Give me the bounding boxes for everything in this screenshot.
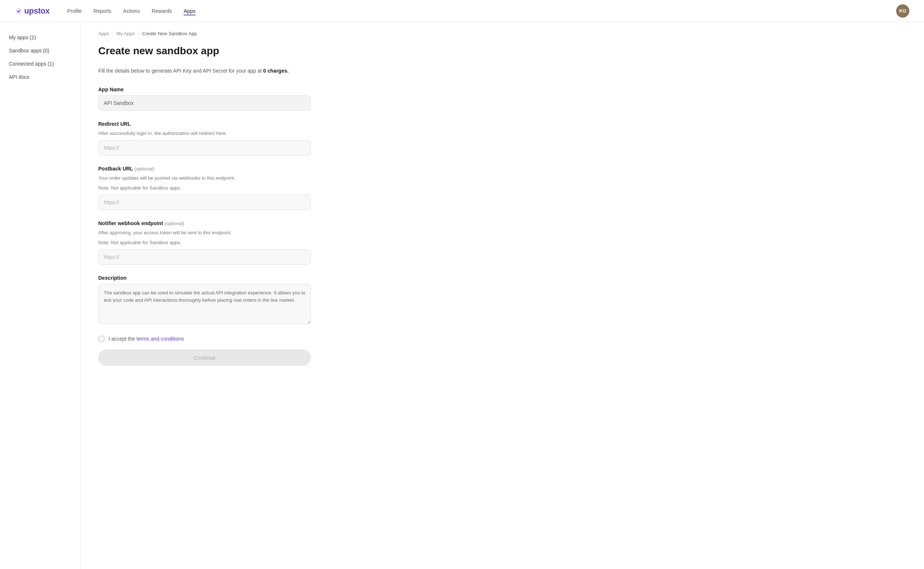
sidebar: My apps (2) Sandbox apps (0) Connected a… [0, 22, 81, 569]
form-section-redirect-url: Redirect URL After successfully login in… [98, 121, 378, 155]
breadcrumb-sep-1: › [112, 31, 114, 36]
top-navigation: upstox Profile Reports Actions Rewards A… [0, 0, 924, 22]
terms-text: I accept the terms and conditions [108, 336, 184, 342]
terms-row: I accept the terms and conditions [98, 335, 378, 342]
sidebar-item-connected-apps[interactable]: Connected apps (1) [0, 57, 80, 70]
brand-name: upstox [24, 6, 50, 16]
form-section-notifier-webhook: Notifier webhook endpoint (optional) Aft… [98, 221, 378, 265]
description-text: Fill the details below to generate API K… [98, 68, 262, 74]
main-content: Apps › My Apps › Create New Sandbox App … [81, 22, 396, 569]
nav-links: Profile Reports Actions Rewards Apps [67, 7, 896, 15]
redirect-url-sublabel: After successfully login in, the authori… [98, 130, 378, 137]
description-bold: 0 charges. [263, 68, 289, 74]
sidebar-item-my-apps[interactable]: My apps (2) [0, 31, 80, 44]
postback-url-sublabel-2: Note: Not applicable for Sandbox apps. [98, 184, 378, 192]
page-description: Fill the details below to generate API K… [98, 67, 378, 75]
redirect-url-input[interactable] [98, 140, 311, 155]
breadcrumb-my-apps[interactable]: My Apps [117, 31, 135, 36]
description-textarea[interactable]: The sandbox app can be used to simulate … [98, 284, 311, 324]
breadcrumb-current: Create New Sandbox App [142, 31, 197, 36]
form-section-description: Description The sandbox app can be used … [98, 275, 378, 325]
terms-checkbox[interactable] [98, 335, 105, 342]
notifier-webhook-sublabel-1: After approving, your access token will … [98, 229, 378, 236]
postback-url-input[interactable] [98, 195, 311, 210]
description-label: Description [98, 275, 378, 281]
user-avatar[interactable]: KG [896, 5, 909, 18]
notifier-webhook-optional: (optional) [164, 221, 184, 226]
app-name-input[interactable] [98, 95, 311, 111]
continue-button[interactable]: Continue [98, 349, 311, 366]
sidebar-item-sandbox-apps[interactable]: Sandbox apps (0) [0, 44, 80, 57]
redirect-url-label: Redirect URL [98, 121, 378, 127]
notifier-webhook-sublabel-2: Note: Not applicable for Sandbox apps. [98, 239, 378, 246]
app-name-label: App Name [98, 87, 378, 93]
sidebar-item-api-docs[interactable]: API docs [0, 70, 80, 84]
page-title: Create new sandbox app [98, 45, 378, 57]
form-section-postback-url: Postback URL (optional) Your order updat… [98, 166, 378, 210]
notifier-webhook-input[interactable] [98, 249, 311, 265]
nav-reports[interactable]: Reports [93, 7, 111, 15]
main-layout: My apps (2) Sandbox apps (0) Connected a… [0, 22, 924, 569]
breadcrumb-sep-2: › [138, 31, 139, 36]
logo[interactable]: upstox [15, 6, 50, 16]
postback-url-sublabel-1: Your order updates will be pushed via we… [98, 175, 378, 182]
nav-apps[interactable]: Apps [184, 7, 195, 15]
nav-actions[interactable]: Actions [123, 7, 140, 15]
breadcrumb: Apps › My Apps › Create New Sandbox App [98, 31, 378, 36]
postback-url-optional: (optional) [135, 166, 154, 172]
form-section-app-name: App Name [98, 87, 378, 111]
nav-profile[interactable]: Profile [67, 7, 82, 15]
postback-url-label: Postback URL (optional) [98, 166, 378, 172]
nav-rewards[interactable]: Rewards [152, 7, 172, 15]
notifier-webhook-label: Notifier webhook endpoint (optional) [98, 221, 378, 226]
terms-link[interactable]: terms and conditions [136, 336, 184, 342]
breadcrumb-apps[interactable]: Apps [98, 31, 109, 36]
